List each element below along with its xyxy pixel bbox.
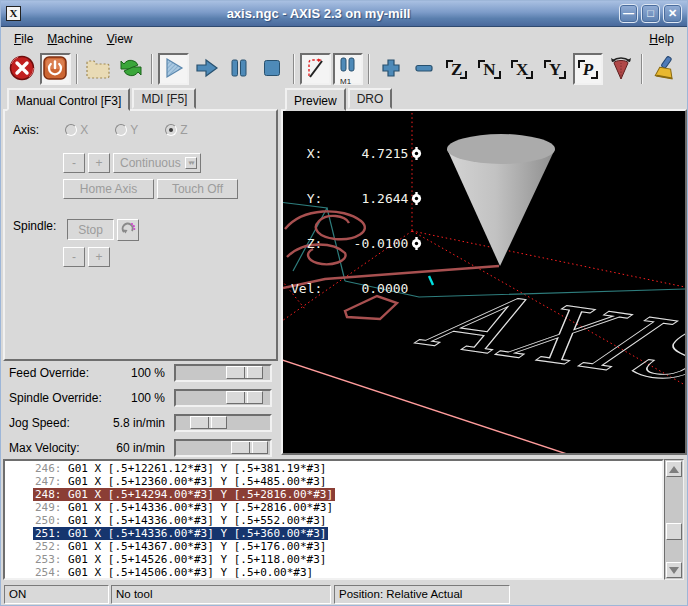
gcode-line-executing[interactable]: 248: G01 X [.5+14294.00*#3] Y [.5+2816.0… <box>33 488 335 501</box>
view-x-button[interactable]: X <box>507 53 538 85</box>
menu-help[interactable]: Help <box>642 30 681 48</box>
max-velocity-slider[interactable] <box>174 439 272 457</box>
status-machine-state: ON <box>4 585 109 604</box>
jog-increment-dropdown[interactable]: Continuous ▾▾ <box>113 153 201 173</box>
zoom-out-icon <box>413 57 435 82</box>
homed-icon <box>411 192 422 205</box>
clear-plot-button[interactable] <box>648 53 679 85</box>
status-position-mode: Position: Relative Actual <box>334 585 510 604</box>
axis-z-radio[interactable]: Z <box>165 123 188 137</box>
estop-icon <box>9 55 35 84</box>
menu-file[interactable]: File <box>7 30 40 48</box>
manual-control-panel: Manual Control [F3] MDI [F5] Axis: X Y Z… <box>3 89 280 457</box>
menu-machine[interactable]: Machine <box>40 30 99 48</box>
zoom-in-button[interactable] <box>375 53 406 85</box>
titlebar[interactable]: X axis.ngc - AXIS 2.3 on my-mill — □ ✕ <box>1 1 687 27</box>
skip-lines-button[interactable] <box>300 53 331 85</box>
radio-icon-selected <box>165 124 177 136</box>
pause-icon <box>228 57 250 82</box>
dro-x: X: 4.7215 <box>291 146 408 161</box>
tab-preview[interactable]: Preview <box>285 88 346 111</box>
toolbar-separator <box>368 54 370 84</box>
maximize-button[interactable]: □ <box>641 4 660 23</box>
radio-icon <box>115 124 127 136</box>
gcode-line[interactable]: 250: G01 X [.5+14336.00*#3] Y [.5+552.00… <box>33 514 328 527</box>
jog-minus-button[interactable]: - <box>63 153 85 173</box>
dro-vel: Vel: 0.0000 <box>291 281 408 296</box>
zoom-out-button[interactable] <box>408 53 439 85</box>
view-perspective-button[interactable]: P <box>573 53 604 85</box>
broom-icon <box>651 55 677 84</box>
scroll-down-button[interactable] <box>666 562 682 578</box>
gcode-line[interactable]: 247: G01 X [.5+12360.00*#3] Y [.5+485.00… <box>33 475 328 488</box>
slider-handle[interactable] <box>190 416 227 429</box>
gcode-line[interactable]: 254: G01 X [.5+14506.00*#3] Y [.5+0.00*#… <box>33 566 315 579</box>
machine-power-button[interactable] <box>40 53 71 85</box>
axis-label: Axis: <box>13 123 39 137</box>
open-file-button[interactable] <box>83 53 114 85</box>
max-velocity-value: 60 in/min <box>116 441 165 455</box>
jog-plus-button[interactable]: + <box>88 153 110 173</box>
slider-handle[interactable] <box>226 366 263 379</box>
gcode-line[interactable]: 249: G01 X [.5+14336.00*#3] Y [.5+2816.0… <box>33 501 335 514</box>
power-icon <box>43 56 67 83</box>
spindle-minus-button[interactable]: - <box>63 247 85 267</box>
axis-x-radio[interactable]: X <box>65 123 88 137</box>
axis-y-radio[interactable]: Y <box>115 123 138 137</box>
feed-override-slider[interactable] <box>174 364 272 382</box>
home-axis-button[interactable]: Home Axis <box>63 179 154 199</box>
tab-mdi[interactable]: MDI [F5] <box>132 88 196 109</box>
view-z-button[interactable]: Z <box>441 53 472 85</box>
optional-pause-button[interactable]: M1 <box>333 53 364 85</box>
slider-handle[interactable] <box>226 391 263 404</box>
tab-manual-control[interactable]: Manual Control [F3] <box>7 88 130 111</box>
spindle-label: Spindle: <box>13 219 56 233</box>
estop-button[interactable] <box>7 53 38 85</box>
spindle-direction-icon <box>121 221 136 239</box>
spindle-plus-button[interactable]: + <box>88 247 110 267</box>
spindle-stop-button[interactable]: Stop <box>67 219 114 240</box>
gcode-line[interactable]: 253: G01 X [.5+14526.00*#3] Y [.5+118.00… <box>33 553 328 566</box>
spindle-cw-button[interactable] <box>117 219 139 241</box>
window-icon: X <box>6 6 21 21</box>
jog-speed-slider[interactable] <box>174 414 272 432</box>
dro-z: Z: -0.0100 <box>291 236 408 251</box>
pause-button[interactable] <box>224 53 255 85</box>
feed-override-label: Feed Override: <box>9 366 89 380</box>
rotate-view-button[interactable] <box>605 53 636 85</box>
reload-button[interactable] <box>116 53 147 85</box>
view-perspective-icon: P <box>580 61 596 78</box>
menu-view[interactable]: View <box>100 30 140 48</box>
minimize-button[interactable]: — <box>619 4 638 23</box>
slider-handle[interactable] <box>231 441 268 454</box>
menubar: File Machine View Help <box>1 28 687 49</box>
step-button[interactable] <box>191 53 222 85</box>
gcode-scrollbar[interactable] <box>664 459 684 580</box>
preview-panel: Preview DRO <box>281 89 687 457</box>
spindle-override-slider[interactable] <box>174 389 272 407</box>
gcode-line[interactable]: 246: G01 X [.5+12261.12*#3] Y [.5+381.19… <box>33 462 328 475</box>
close-button[interactable]: ✕ <box>663 4 682 23</box>
preview-3d-canvas[interactable]: AXIS X: 4.7215 Y: 1.2644 Z: -0.0100 <box>281 109 687 455</box>
statusbar: ON No tool Position: Relative Actual <box>1 582 687 606</box>
feed-override-row: Feed Override: 100 % <box>3 363 280 385</box>
gcode-line-selected[interactable]: 251: G01 X [.5+14336.00*#3] Y [.5+360.00… <box>33 527 328 540</box>
view-y-button[interactable]: Y <box>540 53 571 85</box>
gcode-line[interactable]: 252: G01 X [.5+14367.00*#3] Y [.5+176.00… <box>33 540 328 553</box>
touch-off-button[interactable]: Touch Off <box>157 179 238 199</box>
scrollbar-thumb[interactable] <box>666 523 682 540</box>
view-y-icon: Y <box>546 61 564 78</box>
view-z-rotated-button[interactable]: N <box>474 53 505 85</box>
left-tabrow: Manual Control [F3] MDI [F5] <box>3 89 280 109</box>
gcode-listing[interactable]: 246: G01 X [.5+12261.12*#3] Y [.5+381.19… <box>3 459 664 580</box>
skip-lines-icon <box>303 56 327 83</box>
zoom-in-icon <box>380 57 402 82</box>
right-tabrow: Preview DRO <box>281 89 687 109</box>
tab-dro[interactable]: DRO <box>348 88 393 109</box>
stop-button[interactable] <box>257 53 288 85</box>
view-z-icon: Z <box>448 61 465 78</box>
reload-icon <box>118 55 144 84</box>
scroll-up-button[interactable] <box>666 461 682 477</box>
m1-pause-icon: M1 <box>337 56 359 83</box>
run-button[interactable] <box>158 53 189 85</box>
